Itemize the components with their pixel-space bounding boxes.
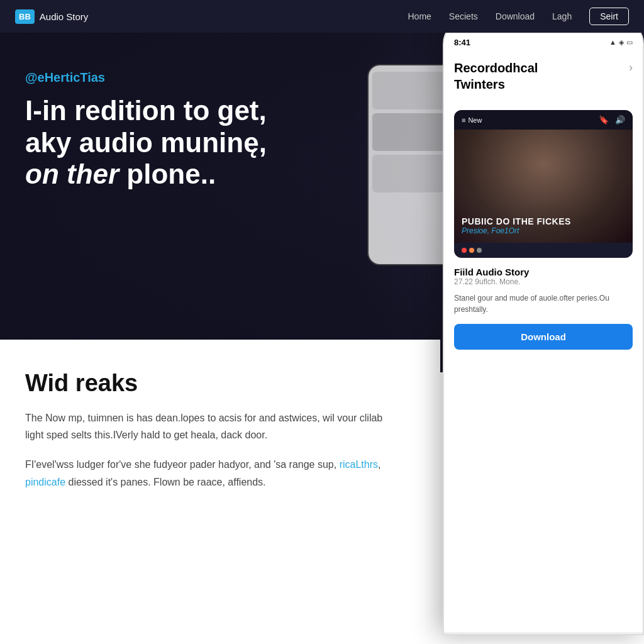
list-icon: ≡ bbox=[462, 116, 465, 124]
nav-download[interactable]: Download bbox=[496, 11, 535, 21]
phone-card-badge: ≡ New bbox=[462, 116, 482, 124]
hero-title: I-in redition to get, aky audio muninę, … bbox=[25, 95, 361, 191]
dot-1 bbox=[462, 248, 467, 253]
phone-app-name: Fiild Audio Story bbox=[454, 267, 633, 277]
hero-title-line2: aky audio muninę, bbox=[25, 127, 267, 158]
nav-cta-button[interactable]: Seirt bbox=[589, 8, 629, 25]
wifi-icon: ◈ bbox=[619, 38, 624, 47]
content-section: Wid reaks The Now mp, tuimnen is has dea… bbox=[0, 340, 440, 644]
phone-status-bar: 8:41 ▲ ◈ ▭ bbox=[444, 34, 643, 50]
body-paragraph-1: The Now mp, tuimnen is has dean.lopes to… bbox=[25, 409, 390, 443]
bookmark-icon[interactable]: 🔖 bbox=[599, 115, 609, 125]
phone-card-header: ≡ New 🔖 🔊 bbox=[454, 110, 633, 130]
phone-screen-content: Recordodhcal Twinters › ≡ New 🔖 🔊 PU bbox=[444, 50, 643, 632]
phone-card-overlay-text: PUBIIC DO ITHE FICKES Presioe, Foe1Ort bbox=[462, 216, 625, 235]
phone-media-card[interactable]: ≡ New 🔖 🔊 PUBIIC DO ITHE FICKES Presioe,… bbox=[454, 110, 633, 258]
logo-icon: BB bbox=[15, 9, 35, 24]
section-body: The Now mp, tuimnen is has dean.lopes to… bbox=[25, 409, 390, 491]
logo-text: Audio Story bbox=[40, 11, 89, 22]
hero-handle: @eHerticTias bbox=[25, 70, 361, 85]
phone-card-image: PUBIIC DO ITHE FICKES Presioe, Foe1Ort bbox=[454, 130, 633, 243]
phone-card-dots bbox=[454, 243, 633, 258]
phone-app-desc: Stanel gour and mude of auole.ofter peri… bbox=[454, 292, 633, 315]
phone-card-subtitle: Presioe, Foe1Ort bbox=[462, 226, 625, 235]
body-p2-end: diessed it's panes. Flown be raace, affi… bbox=[65, 477, 266, 487]
hero-title-line1: I-in redition to get, bbox=[25, 95, 267, 126]
section-title: Wid reaks bbox=[25, 370, 415, 397]
hero-content: @eHerticTias I-in redition to get, aky a… bbox=[0, 33, 386, 372]
body-paragraph-2: FI'evel'wss ludger for've she fudyeor pa… bbox=[25, 456, 390, 490]
nav-lagh[interactable]: Lagh bbox=[552, 11, 572, 21]
chevron-right-icon[interactable]: › bbox=[629, 61, 633, 74]
phone-card-action-icons: 🔖 🔊 bbox=[599, 115, 625, 125]
hero-title-rest: plone.. bbox=[119, 158, 216, 189]
nav-logo: BB Audio Story bbox=[15, 9, 88, 24]
signal-icon: ▲ bbox=[609, 38, 616, 47]
hero-title-em: on ther bbox=[25, 158, 119, 189]
phone-status-icons: ▲ ◈ ▭ bbox=[609, 38, 633, 47]
nav-secrets[interactable]: Seciets bbox=[449, 11, 478, 21]
phone-app-info: Fiild Audio Story 27.22 9uflch. Mone. bbox=[454, 267, 633, 286]
body-link-1[interactable]: ricaLthrs bbox=[340, 459, 378, 470]
nav-links: Home Seciets Download Lagh Seirt bbox=[408, 8, 630, 25]
navbar: BB Audio Story Home Seciets Download Lag… bbox=[0, 0, 644, 33]
dot-3 bbox=[477, 248, 482, 253]
body-p2-mid: , bbox=[378, 459, 380, 470]
phone-time: 8:41 bbox=[454, 38, 470, 47]
body-p2-start: FI'evel'wss ludger for've she fudyeor pa… bbox=[25, 459, 340, 470]
phone-card-title: PUBIIC DO ITHE FICKES bbox=[462, 216, 625, 226]
phone-section-title: Recordodhcal Twinters bbox=[454, 60, 538, 92]
body-link-2[interactable]: pindicafe bbox=[25, 477, 65, 487]
main-phone: 8:41 ▲ ◈ ▭ Recordodhcal Twinters › ≡ New… bbox=[443, 19, 644, 635]
dot-2 bbox=[469, 248, 474, 253]
volume-icon[interactable]: 🔊 bbox=[615, 115, 625, 125]
nav-home[interactable]: Home bbox=[408, 11, 431, 21]
phone-app-meta: 27.22 9uflch. Mone. bbox=[454, 277, 633, 286]
download-button[interactable]: Download bbox=[454, 324, 633, 350]
battery-icon: ▭ bbox=[626, 38, 633, 47]
